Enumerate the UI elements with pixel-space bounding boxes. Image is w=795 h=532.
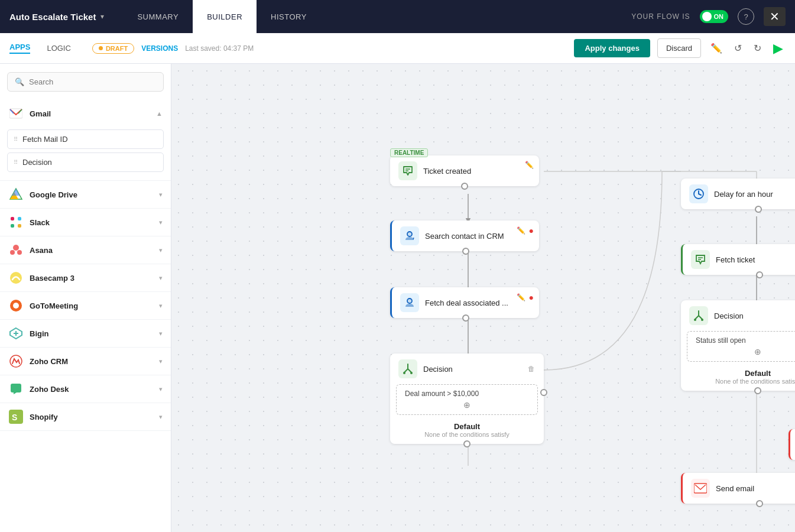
- zohodesk-logo: [8, 381, 24, 397]
- svg-point-10: [13, 245, 19, 251]
- svg-point-32: [407, 232, 412, 236]
- app-header-gotomeeting[interactable]: GoToMeeting ▾: [0, 292, 171, 319]
- app-header-zohodesk[interactable]: Zoho Desk ▾: [0, 375, 171, 403]
- toggle-text: ON: [714, 13, 724, 20]
- bigin-name: Bigin: [30, 329, 153, 338]
- search-input[interactable]: [29, 77, 156, 86]
- shopify-chevron: ▾: [159, 413, 163, 421]
- svg-point-15: [13, 303, 19, 309]
- app-header-shopify[interactable]: S Shopify ▾: [0, 403, 171, 430]
- search-edit-btn[interactable]: ✏️: [516, 225, 526, 236]
- svg-point-13: [10, 272, 22, 284]
- svg-rect-8: [11, 224, 14, 228]
- basecamp-name: Basecamp 3: [30, 274, 153, 283]
- ticket-bottom-dot: [461, 183, 468, 190]
- draft-badge: DRAFT: [92, 43, 134, 54]
- fetch-ticket-label: Fetch ticket: [716, 255, 755, 264]
- svg-point-35: [403, 372, 405, 374]
- search-contact-label: Search contact in CRM: [425, 232, 504, 241]
- decision1-default-sub: None of the conditions satisfy: [398, 431, 536, 438]
- nav-right: YOUR FLOW IS ON ? ✕: [631, 7, 786, 26]
- gotomeeting-logo: [8, 298, 24, 313]
- decision2-container[interactable]: Decision 🗑 Status still open ⊕ Default N…: [681, 300, 795, 391]
- svg-point-36: [410, 372, 413, 374]
- toolbar: APPS LOGIC DRAFT VERSIONS Last saved: 04…: [0, 33, 795, 64]
- main-layout: 🔍 Gmail ▲ ⠿ Fetch Mail ID ⠿ Decision: [0, 64, 795, 532]
- gmail-name: Gmail: [30, 109, 150, 118]
- app-header-bigin[interactable]: Bigin ▾: [0, 320, 171, 347]
- draft-dot: [99, 46, 103, 50]
- gotomeeting-chevron: ▾: [159, 302, 163, 310]
- title-chevron[interactable]: ▾: [100, 12, 104, 21]
- close-button[interactable]: ✕: [764, 7, 786, 26]
- app-header-basecamp[interactable]: Basecamp 3 ▾: [0, 264, 171, 291]
- node-send-slack[interactable]: Send public channel m... ✏️ ●: [788, 429, 795, 460]
- versions-link[interactable]: VERSIONS: [141, 44, 178, 53]
- search-box: 🔍: [7, 72, 164, 92]
- ticket-created-label: Ticket created: [423, 167, 471, 176]
- tab-apps[interactable]: APPS: [9, 43, 30, 54]
- decision1-label: Decision: [423, 365, 453, 374]
- send-email-icon: [691, 479, 710, 498]
- help-button[interactable]: ?: [738, 8, 754, 25]
- asana-logo: [8, 242, 24, 258]
- svg-rect-6: [11, 217, 14, 220]
- decision1-bottom-dot: [463, 440, 470, 447]
- tab-logic[interactable]: LOGIC: [47, 44, 70, 53]
- decision1-default-title: Default: [398, 422, 536, 431]
- node-search-contact[interactable]: Search contact in CRM ✏️ ●: [390, 220, 539, 251]
- decision2-branch-label: Status still open: [696, 336, 746, 345]
- edit-icon-btn[interactable]: ✏️: [708, 40, 725, 56]
- gdrive-name: Google Drive: [30, 190, 153, 199]
- decision1-container[interactable]: Decision 🗑 Deal amount > $10,000 ⊕ Defau…: [390, 353, 544, 444]
- ticket-node-actions: ✏️: [524, 160, 534, 170]
- list-item[interactable]: ⠿ Fetch Mail ID: [7, 129, 164, 149]
- app-section-gmail: Gmail ▲ ⠿ Fetch Mail ID ⠿ Decision: [0, 100, 171, 181]
- decision1-branch: Deal amount > $10,000 ⊕: [396, 384, 538, 415]
- flow-canvas[interactable]: REALTIME Ticket created ✏️ Search contac…: [171, 64, 795, 532]
- search-delete-btn[interactable]: ●: [528, 225, 534, 236]
- search-node-actions: ✏️ ●: [516, 225, 534, 236]
- add-condition2-btn[interactable]: ⊕: [696, 347, 795, 356]
- search-bottom-dot: [462, 248, 469, 255]
- apply-changes-button[interactable]: Apply changes: [574, 39, 650, 57]
- run-button[interactable]: ▶: [771, 38, 786, 59]
- app-header-gmail[interactable]: Gmail ▲: [0, 100, 171, 127]
- flow-toggle[interactable]: ON: [700, 10, 729, 23]
- app-header-gdrive[interactable]: Google Drive ▾: [0, 181, 171, 208]
- app-section-basecamp: Basecamp 3 ▾: [0, 264, 171, 292]
- list-item[interactable]: ⠿ Decision: [7, 153, 164, 172]
- node-send-email[interactable]: Send email ✏️ ●: [681, 473, 795, 504]
- app-section-zohocrm: Zoho CRM ▾: [0, 348, 171, 375]
- app-header-zohocrm[interactable]: Zoho CRM ▾: [0, 348, 171, 375]
- app-header-slack[interactable]: Slack ▾: [0, 209, 171, 236]
- undo-icon-btn[interactable]: ↺: [732, 40, 744, 56]
- ticket-edit-btn[interactable]: ✏️: [524, 160, 534, 170]
- tab-builder[interactable]: BUILDER: [193, 0, 257, 33]
- decision1-delete-btn[interactable]: 🗑: [527, 364, 536, 374]
- app-header-asana[interactable]: Asana ▾: [0, 236, 171, 264]
- add-condition-btn[interactable]: ⊕: [405, 400, 529, 410]
- svg-rect-7: [18, 217, 21, 220]
- app-section-bigin: Bigin ▾: [0, 320, 171, 348]
- node-fetch-ticket[interactable]: Fetch ticket ✏️ ●: [681, 244, 795, 275]
- tab-summary[interactable]: SUMMARY: [123, 0, 193, 33]
- node-fetch-deal[interactable]: Fetch deal associated ... ✏️ ●: [390, 287, 539, 318]
- app-section-slack: Slack ▾: [0, 209, 171, 236]
- fetch-deal-delete-btn[interactable]: ●: [528, 292, 534, 303]
- gotomeeting-name: GoToMeeting: [30, 301, 153, 310]
- discard-button[interactable]: Discard: [657, 38, 701, 58]
- redo-icon-btn[interactable]: ↻: [751, 40, 764, 56]
- svg-line-39: [699, 194, 701, 195]
- gmail-logo: [8, 106, 24, 121]
- node-delay[interactable]: Delay for an hour ✏️ 🗑: [681, 179, 795, 209]
- node-ticket-created[interactable]: REALTIME Ticket created ✏️: [390, 155, 539, 186]
- tab-history[interactable]: HISTORY: [257, 0, 321, 33]
- draft-label: DRAFT: [106, 45, 128, 52]
- svg-point-11: [10, 250, 15, 255]
- decision1-header: Decision 🗑: [390, 353, 544, 384]
- fetch-deal-edit-btn[interactable]: ✏️: [516, 292, 526, 303]
- svg-point-42: [694, 319, 696, 321]
- slack-logo: [8, 215, 24, 230]
- decision1-icon: [398, 359, 417, 378]
